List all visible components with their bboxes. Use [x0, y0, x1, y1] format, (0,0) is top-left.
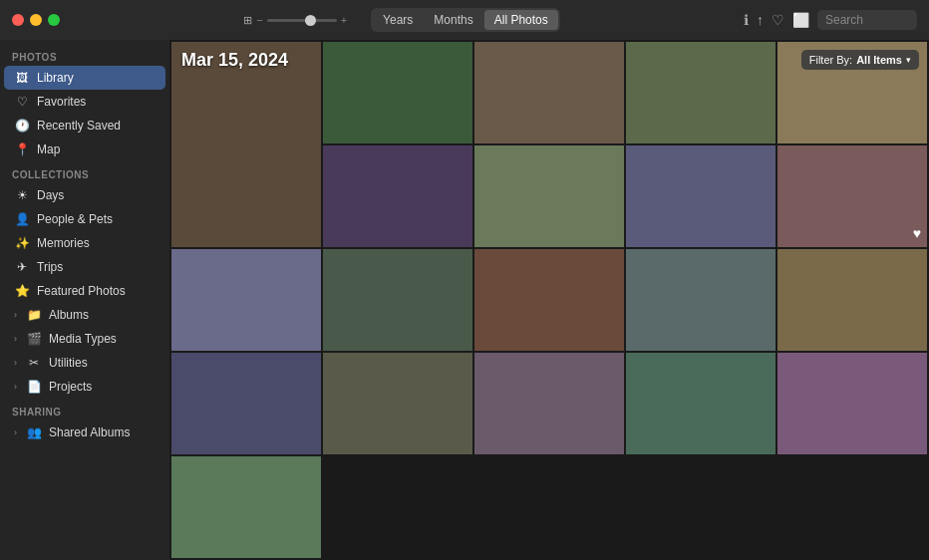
sidebar-label-shared-albums: Shared Albums [49, 425, 130, 439]
featured-photos-icon: ⭐ [14, 283, 30, 299]
close-button[interactable] [12, 14, 24, 26]
photo-cell-16[interactable] [323, 353, 472, 454]
sidebar-item-featured-photos[interactable]: ⭐ Featured Photos [4, 279, 165, 303]
favorites-icon: ♡ [14, 94, 30, 110]
days-icon: ☀ [14, 187, 30, 203]
sidebar-label-library: Library [37, 71, 74, 85]
sidebar-label-map: Map [37, 142, 60, 156]
sharing-section-label: Sharing [0, 399, 169, 420]
sidebar-label-media-types: Media Types [49, 332, 117, 346]
view-tabs: Years Months All Photos [371, 8, 560, 32]
filter-value: All Items [856, 54, 902, 66]
grid-view-icon[interactable]: ⊞ [243, 14, 252, 27]
sidebar-label-days: Days [37, 188, 64, 202]
sidebar-item-projects[interactable]: › 📄 Projects [4, 375, 165, 399]
minimize-button[interactable] [30, 14, 42, 26]
zoom-minus-icon: − [256, 14, 262, 26]
photo-cell-3[interactable] [474, 42, 624, 143]
trips-icon: ✈ [14, 259, 30, 275]
sidebar-label-trips: Trips [37, 260, 63, 274]
sidebar-item-memories[interactable]: ✨ Memories [4, 231, 165, 255]
filter-label: Filter By: [809, 54, 852, 66]
sidebar: Photos 🖼 Library ♡ Favorites 🕐 Recently … [0, 0, 169, 560]
sidebar-item-utilities[interactable]: › ✂ Utilities [4, 351, 165, 375]
toolbar-right: ℹ ↑ ♡ ⬜ [744, 10, 929, 30]
photo-cell-1[interactable]: Mar 15, 2024 [171, 42, 321, 247]
photo-cell-8[interactable] [626, 145, 775, 247]
sidebar-item-media-types[interactable]: › 🎬 Media Types [4, 327, 165, 351]
zoom-plus-icon: + [341, 14, 347, 26]
recently-saved-icon: 🕐 [14, 118, 30, 134]
tab-years[interactable]: Years [373, 10, 423, 30]
people-pets-icon: 👤 [14, 211, 30, 227]
tab-months[interactable]: Months [424, 10, 482, 30]
photo-cell-9[interactable]: ♥ [777, 145, 927, 247]
toolbar-center: ⊞ − + Years Months All Photos [60, 8, 744, 32]
date-overlay: Mar 15, 2024 [181, 50, 288, 71]
sidebar-item-shared-albums[interactable]: › 👥 Shared Albums [4, 420, 165, 444]
photo-cell-12[interactable] [474, 249, 624, 351]
albums-icon: 📁 [26, 307, 42, 323]
utilities-chevron-icon: › [14, 358, 17, 368]
memories-icon: ✨ [14, 235, 30, 251]
sidebar-toggle-icon[interactable]: ⬜ [792, 12, 809, 28]
search-input[interactable] [817, 10, 917, 30]
titlebar: ⊞ − + Years Months All Photos ℹ ↑ ♡ ⬜ [0, 0, 929, 40]
sidebar-item-favorites[interactable]: ♡ Favorites [4, 90, 165, 114]
sidebar-label-albums: Albums [49, 308, 89, 322]
heart-favorite-icon: ♥ [913, 225, 921, 241]
photo-cell-5[interactable]: Filter By: All Items ▾ [777, 42, 927, 143]
photo-cell-7[interactable] [474, 145, 624, 247]
heart-icon[interactable]: ♡ [772, 12, 784, 28]
sidebar-item-library[interactable]: 🖼 Library [4, 66, 165, 90]
collections-section-label: Collections [0, 161, 169, 183]
projects-icon: 📄 [26, 379, 42, 395]
sidebar-item-trips[interactable]: ✈ Trips [4, 255, 165, 279]
photo-cell-2[interactable] [323, 42, 472, 143]
sidebar-label-people-pets: People & Pets [37, 212, 113, 226]
tab-all-photos[interactable]: All Photos [484, 10, 558, 30]
photo-cell-19[interactable] [777, 353, 927, 454]
sidebar-label-recently-saved: Recently Saved [37, 119, 121, 133]
shared-albums-icon: 👥 [26, 424, 42, 440]
view-toggle: ⊞ − + [243, 14, 347, 27]
photo-cell-18[interactable] [626, 353, 775, 454]
map-icon: 📍 [14, 141, 30, 157]
shared-albums-chevron-icon: › [14, 427, 17, 437]
utilities-icon: ✂ [26, 355, 42, 371]
photos-section-label: Photos [0, 44, 169, 66]
sidebar-item-recently-saved[interactable]: 🕐 Recently Saved [4, 114, 165, 138]
info-icon[interactable]: ℹ [744, 12, 749, 28]
photo-cell-17[interactable] [474, 353, 624, 454]
main-content: Mar 15, 2024 Filter By: All Items ▾ ♥ [169, 0, 929, 560]
photo-cell-20[interactable] [171, 456, 321, 558]
sidebar-label-utilities: Utilities [49, 356, 88, 370]
photo-grid: Mar 15, 2024 Filter By: All Items ▾ ♥ [169, 40, 929, 560]
sidebar-item-people-pets[interactable]: 👤 People & Pets [4, 207, 165, 231]
photo-cell-14[interactable] [777, 249, 927, 351]
photo-cell-15[interactable] [171, 353, 321, 454]
window-controls [0, 14, 60, 26]
maximize-button[interactable] [48, 14, 60, 26]
sidebar-label-projects: Projects [49, 380, 92, 394]
photo-cell-6[interactable] [323, 145, 472, 247]
sidebar-label-featured-photos: Featured Photos [37, 284, 126, 298]
sidebar-item-albums[interactable]: › 📁 Albums [4, 303, 165, 327]
filter-chevron-icon: ▾ [906, 55, 911, 65]
photo-cell-13[interactable] [626, 249, 775, 351]
photo-cell-10[interactable] [171, 249, 321, 351]
albums-chevron-icon: › [14, 310, 17, 320]
sidebar-label-memories: Memories [37, 236, 90, 250]
photo-cell-4[interactable] [626, 42, 775, 143]
sidebar-item-map[interactable]: 📍 Map [4, 138, 165, 161]
sidebar-label-favorites: Favorites [37, 95, 86, 109]
zoom-slider[interactable] [267, 19, 337, 22]
share-icon[interactable]: ↑ [757, 12, 764, 28]
filter-badge[interactable]: Filter By: All Items ▾ [801, 50, 919, 70]
zoom-slider-container: − + [256, 14, 347, 26]
library-icon: 🖼 [14, 70, 30, 86]
media-types-chevron-icon: › [14, 334, 17, 344]
projects-chevron-icon: › [14, 382, 17, 392]
photo-cell-11[interactable] [323, 249, 472, 351]
sidebar-item-days[interactable]: ☀ Days [4, 183, 165, 207]
